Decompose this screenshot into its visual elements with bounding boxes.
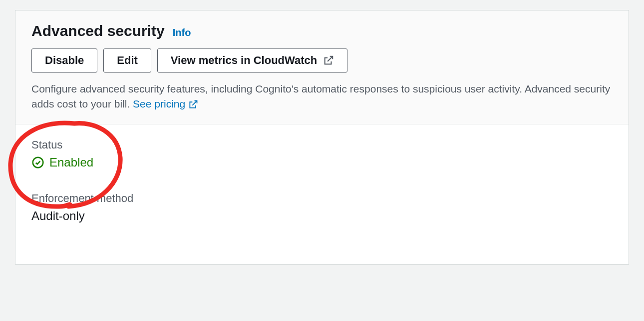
external-link-icon <box>323 55 334 66</box>
pricing-link-label: See pricing <box>133 96 185 112</box>
external-link-icon <box>188 100 198 110</box>
edit-button[interactable]: Edit <box>103 48 151 72</box>
status-text: Enabled <box>49 156 93 170</box>
check-circle-icon <box>31 156 44 169</box>
disable-button-label: Disable <box>45 54 84 67</box>
title-row: Advanced security Info <box>31 22 613 40</box>
status-label: Status <box>31 138 613 152</box>
info-link[interactable]: Info <box>173 27 191 38</box>
view-metrics-label: View metrics in CloudWatch <box>171 54 317 67</box>
description-text: Configure advanced security features, in… <box>31 83 610 110</box>
enforcement-field: Enforcement method Audit-only <box>31 192 613 223</box>
edit-button-label: Edit <box>117 54 138 67</box>
button-row: Disable Edit View metrics in CloudWatch <box>31 48 613 72</box>
enforcement-label: Enforcement method <box>31 192 613 205</box>
panel-description: Configure advanced security features, in… <box>31 82 613 112</box>
view-metrics-button[interactable]: View metrics in CloudWatch <box>157 48 347 72</box>
see-pricing-link[interactable]: See pricing <box>133 96 198 112</box>
panel-body: Status Enabled Enforcement method Audit-… <box>15 124 629 264</box>
panel-header: Advanced security Info Disable Edit View… <box>15 10 629 124</box>
panel-title: Advanced security <box>31 22 165 40</box>
disable-button[interactable]: Disable <box>31 48 97 72</box>
status-field: Status Enabled <box>31 138 613 171</box>
advanced-security-panel: Advanced security Info Disable Edit View… <box>15 10 629 264</box>
status-value: Enabled <box>31 156 93 170</box>
enforcement-value: Audit-only <box>31 209 613 223</box>
